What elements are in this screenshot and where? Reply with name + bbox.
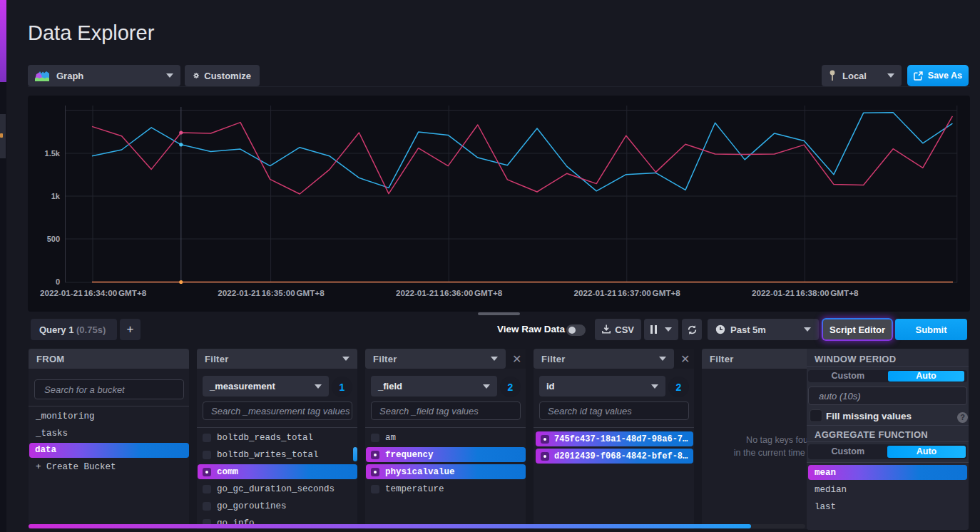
svg-text:500: 500 bbox=[47, 235, 60, 243]
svg-text:2022-01-21 16:38:00 GMT+8: 2022-01-21 16:38:00 GMT+8 bbox=[752, 288, 859, 297]
svg-text:1.5k: 1.5k bbox=[45, 149, 61, 158]
svg-text:1k: 1k bbox=[51, 192, 61, 200]
svg-text:2022-01-21 16:36:00 GMT+8: 2022-01-21 16:36:00 GMT+8 bbox=[396, 288, 503, 297]
svg-text:2022-01-21 16:35:00 GMT+8: 2022-01-21 16:35:00 GMT+8 bbox=[218, 288, 325, 297]
svg-text:2022-01-21 16:34:00 GMT+8: 2022-01-21 16:34:00 GMT+8 bbox=[40, 288, 147, 297]
svg-text:2022-01-21 16:37:00 GMT+8: 2022-01-21 16:37:00 GMT+8 bbox=[574, 288, 681, 297]
svg-text:0: 0 bbox=[56, 277, 60, 286]
